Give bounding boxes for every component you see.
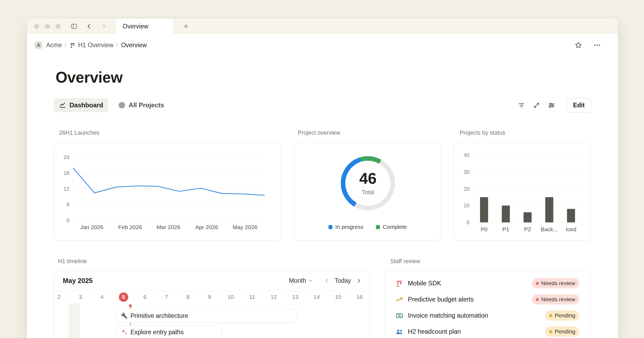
card-title-projects-by-status: Projects by status <box>460 130 505 136</box>
forward-icon[interactable] <box>100 22 108 30</box>
day-6: 6 <box>134 291 156 303</box>
timeline-month-label: May 2025 <box>63 277 93 285</box>
staff-row-0[interactable]: Mobile SDKNeeds review <box>385 275 590 291</box>
card-title-launches: 26H1 Launches <box>59 130 100 136</box>
breadcrumb-item-overview[interactable]: Overview <box>119 41 149 50</box>
status-badge[interactable]: Needs review <box>532 294 579 304</box>
breadcrumb: A Acme / H1 Overview / Overview <box>27 34 618 56</box>
status-dot <box>536 298 539 301</box>
svg-text:Jan 2026: Jan 2026 <box>80 224 103 230</box>
expand-icon[interactable] <box>532 101 541 109</box>
svg-text:P2: P2 <box>524 226 531 232</box>
view-selector-month[interactable]: Month <box>289 277 313 284</box>
desktop: Overview A Acme / H1 Overview / Overview <box>0 0 644 338</box>
day-5: 5 <box>113 291 134 303</box>
day-8: 8 <box>177 291 199 303</box>
app-window: Overview A Acme / H1 Overview / Overview <box>27 19 618 338</box>
day-2: 2 <box>48 291 70 303</box>
svg-text:24: 24 <box>64 154 69 160</box>
svg-text:30: 30 <box>464 169 470 175</box>
timeline-controls: Month Today <box>289 276 363 285</box>
projects-by-status-card: 403020100P0P1P2Back...Iced <box>453 142 590 241</box>
titlebar: Overview <box>27 19 618 34</box>
timeline-next-icon[interactable] <box>354 276 363 285</box>
tab-dashboard[interactable]: Dashboard <box>54 98 108 112</box>
workspace-logo[interactable]: A <box>35 42 42 49</box>
sliders-icon[interactable] <box>547 101 556 109</box>
more-options-icon[interactable] <box>593 41 601 50</box>
timeline-item-explore-entry-paths[interactable]: Explore entry paths <box>116 325 222 338</box>
status-dot <box>549 330 552 333</box>
status-bar-chart: 403020100P0P1P2Back...Iced <box>454 143 590 240</box>
day-16: 16 <box>349 291 370 303</box>
svg-text:0: 0 <box>467 219 470 225</box>
weekend-band <box>69 303 80 338</box>
donut-total-label: Total <box>362 189 374 196</box>
status-text: Pending <box>555 328 575 335</box>
donut-legend: In progress Complete <box>295 224 441 230</box>
staff-item-label: Invoice matching automation <box>408 312 488 319</box>
svg-text:P1: P1 <box>502 226 509 232</box>
status-text: Needs review <box>541 296 575 303</box>
tab-all-projects[interactable]: All Projects <box>115 101 167 109</box>
tab-overview[interactable]: Overview <box>116 19 173 34</box>
day-4: 4 <box>91 291 113 303</box>
tab-title: Overview <box>123 23 148 30</box>
svg-text:40: 40 <box>464 152 470 158</box>
staff-row-1[interactable]: Predictive budget alertsNeeds review <box>385 291 590 307</box>
breadcrumb-actions <box>574 41 601 50</box>
favorite-star-icon[interactable] <box>574 41 583 50</box>
timeline-item-primitive-architecture[interactable]: Primitive architecture <box>116 309 297 323</box>
svg-text:0: 0 <box>67 217 69 223</box>
crane-icon <box>396 280 403 287</box>
legend-swatch-green <box>376 225 380 229</box>
today-button[interactable]: Today <box>331 277 354 284</box>
sparkles-icon <box>121 329 127 335</box>
edit-button[interactable]: Edit <box>567 98 591 112</box>
svg-text:Apr 2026: Apr 2026 <box>195 224 218 230</box>
staff-item-label: H2 headcount plan <box>408 328 461 335</box>
svg-text:Mar 2026: Mar 2026 <box>156 224 180 230</box>
legend-in-progress: In progress <box>328 224 364 230</box>
new-tab-button[interactable] <box>182 22 190 30</box>
status-text: Pending <box>555 312 575 319</box>
window-close-button[interactable] <box>34 24 39 29</box>
status-badge[interactable]: Needs review <box>532 278 579 288</box>
banknote-icon <box>396 312 403 319</box>
breadcrumb-separator: / <box>65 42 67 49</box>
status-badge[interactable]: Pending <box>545 326 579 337</box>
day-11: 11 <box>241 291 263 303</box>
donut-total-value: 46 <box>359 171 377 186</box>
status-text: Needs review <box>541 280 575 286</box>
staff-review-list: Mobile SDKNeeds reviewPredictive budget … <box>385 271 590 338</box>
staff-row-3[interactable]: H2 headcount planPending <box>385 324 590 338</box>
launches-line-chart: 24181260Jan 2026Feb 2026Mar 2026Apr 2026… <box>54 143 281 240</box>
svg-text:18: 18 <box>64 170 69 176</box>
wrench-icon <box>121 313 127 319</box>
timeline-prev-icon[interactable] <box>322 276 331 285</box>
view-tabs-row: Dashboard All Projects Edit <box>54 98 591 112</box>
window-zoom-button[interactable] <box>56 24 61 29</box>
status-badge[interactable]: Pending <box>545 310 579 321</box>
sidebar-toggle-icon[interactable] <box>70 22 78 30</box>
breadcrumb-item-h1-overview[interactable]: H1 Overview <box>67 41 116 50</box>
card-title-project-overview: Project overview <box>298 130 340 136</box>
staff-item-label: Predictive budget alerts <box>408 296 474 303</box>
back-icon[interactable] <box>85 22 93 30</box>
card-title-h1-timeline: H1 timeline <box>58 258 87 265</box>
svg-text:6: 6 <box>67 201 69 207</box>
svg-text:10: 10 <box>464 203 470 208</box>
launches-chart-card: 24181260Jan 2026Feb 2026Mar 2026Apr 2026… <box>54 142 281 241</box>
line-chart-icon <box>59 102 66 109</box>
legend-swatch-blue <box>328 225 332 229</box>
day-9: 9 <box>199 291 220 303</box>
breadcrumb-item-acme[interactable]: Acme <box>44 41 64 50</box>
svg-text:Feb 2026: Feb 2026 <box>118 224 142 230</box>
svg-text:May 2026: May 2026 <box>233 224 257 230</box>
breadcrumb-separator: / <box>116 42 118 49</box>
staff-row-2[interactable]: Invoice matching automationPending <box>385 307 590 324</box>
filter-icon[interactable] <box>517 101 526 109</box>
window-minimize-button[interactable] <box>45 24 50 29</box>
status-dot <box>536 282 539 285</box>
svg-text:Iced: Iced <box>566 226 576 232</box>
